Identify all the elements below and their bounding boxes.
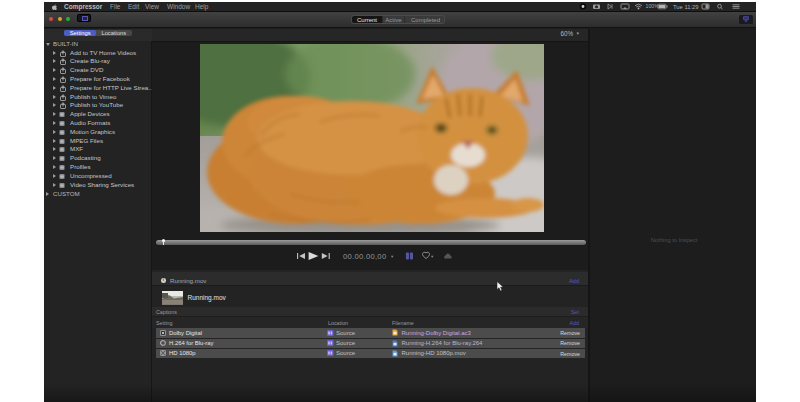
svg-text:100%: 100% — [646, 3, 660, 9]
svg-text:▾: ▾ — [391, 254, 394, 259]
svg-text:▾: ▾ — [431, 254, 434, 259]
svg-text:00.00.00,00: 00.00.00,00 — [343, 251, 386, 260]
svg-text:Tue 11:29: Tue 11:29 — [673, 4, 698, 10]
